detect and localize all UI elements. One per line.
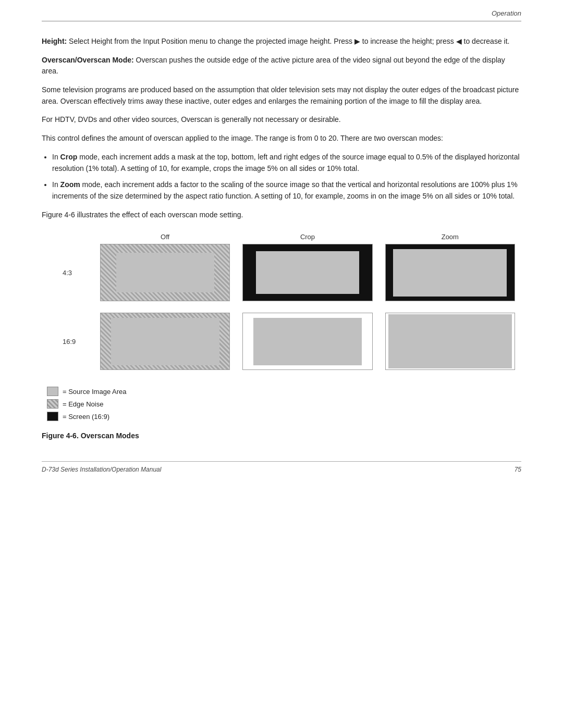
col-label-crop: Crop (236, 233, 378, 241)
diagram-zoom-16-9 (385, 313, 515, 370)
bullet-crop: In Crop mode, each increment adds a mask… (52, 152, 521, 174)
diagram-zoom-4-3 (385, 244, 515, 301)
diagram-off-16-9 (100, 313, 230, 370)
col-label-zoom: Zoom (379, 233, 521, 241)
overscan-mode-paragraph: Overscan/Overscan Mode: Overscan pushes … (42, 55, 521, 77)
bullet-zoom: In Zoom mode, each increment adds a fact… (52, 179, 521, 202)
legend-source-swatch (47, 387, 58, 396)
label-spacer (63, 233, 94, 241)
row-4-3: 4:3 (63, 244, 521, 301)
legend-screen-swatch (47, 412, 58, 421)
figure-intro: Figure 4-6 illustrates the effect of eac… (42, 209, 521, 221)
height-paragraph: Height: Select Height from the Input Pos… (42, 36, 521, 47)
section-label: Operation (492, 9, 521, 17)
height-text: Select Height from the Input Position me… (67, 37, 509, 45)
cell-crop-4-3 (242, 244, 372, 301)
zoom-text: mode, each increment adds a factor to th… (52, 180, 518, 200)
footer: D-73d Series Installation/Operation Manu… (42, 466, 521, 473)
cell-off-4-3 (100, 244, 230, 301)
legend-noise-swatch (47, 399, 58, 409)
figure-caption: Figure 4-6. Overscan Modes (42, 430, 521, 442)
source-area-crop-4-3 (256, 251, 359, 294)
row-16-9: 16:9 (63, 313, 521, 370)
para1: Some television programs are produced ba… (42, 84, 521, 107)
diagram-off-4-3 (100, 244, 230, 301)
footer-right: 75 (515, 466, 521, 473)
row-label-4-3: 4:3 (63, 269, 94, 277)
bullet-list: In Crop mode, each increment adds a mask… (52, 152, 521, 202)
legend-source: = Source Image Area (47, 387, 521, 396)
para3: This control defines the amount of overs… (42, 133, 521, 144)
legend-screen-label: = Screen (16:9) (63, 413, 109, 421)
footer-left: D-73d Series Installation/Operation Manu… (42, 466, 161, 473)
cell-zoom-16-9 (385, 313, 515, 370)
top-rule (42, 21, 521, 21)
height-bold: Height: (42, 37, 67, 45)
source-area-zoom-16-9 (388, 314, 512, 368)
crop-bold: Crop (60, 153, 78, 161)
column-labels: Off Crop Zoom (63, 233, 521, 241)
bottom-rule (42, 461, 521, 462)
legend: = Source Image Area = Edge Noise = Scree… (47, 387, 521, 421)
diagram-crop-4-3 (242, 244, 372, 301)
figure-area: Off Crop Zoom 4:3 (42, 233, 521, 442)
cell-off-16-9 (100, 313, 230, 370)
source-area-off-16-9 (111, 318, 219, 365)
legend-noise-label: = Edge Noise (63, 400, 103, 408)
crop-text: mode, each increment adds a mask at the … (52, 153, 520, 172)
source-area-crop-16-9 (253, 318, 362, 365)
overscan-grid: Off Crop Zoom 4:3 (63, 233, 521, 381)
legend-screen: = Screen (16:9) (47, 412, 521, 421)
overscan-bold: Overscan/Overscan Mode: (42, 56, 134, 64)
col-label-off: Off (94, 233, 236, 241)
row-label-16-9: 16:9 (63, 338, 94, 346)
zoom-bold: Zoom (60, 180, 80, 189)
para2: For HDTV, DVDs and other video sources, … (42, 114, 521, 126)
source-area-zoom-4-3 (393, 249, 507, 297)
legend-source-label: = Source Image Area (63, 388, 127, 396)
cell-crop-16-9 (242, 313, 372, 370)
legend-noise: = Edge Noise (47, 399, 521, 409)
diagram-crop-16-9 (242, 313, 372, 370)
cell-zoom-4-3 (385, 244, 515, 301)
source-area-off-4-3 (116, 253, 214, 292)
